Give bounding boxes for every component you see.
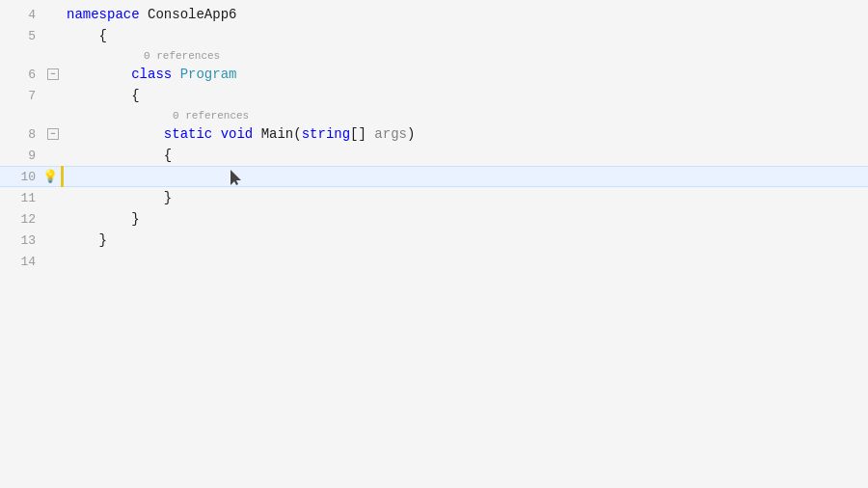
keyword-namespace: namespace — [67, 7, 140, 22]
line-content-6: class Program — [63, 64, 236, 85]
line-number-6: 6 — [0, 68, 43, 82]
code-area: 4 namespace ConsoleApp6 5 { 6 0 referenc… — [0, 0, 868, 272]
line-number-6ref: 6 — [0, 48, 43, 63]
line-content-8: static void Main(string[] args) — [63, 123, 415, 145]
code-line-13: 13 } — [0, 230, 868, 251]
code-line-9: 9 { — [0, 145, 868, 166]
line-number-11: 11 — [0, 191, 43, 205]
param-args: args — [374, 126, 407, 142]
keyword-class: class — [131, 67, 172, 82]
code-line-6-ref: 6 0 references — [0, 46, 868, 64]
line-number-12: 12 — [0, 212, 43, 227]
keyword-static: static — [164, 126, 212, 142]
code-editor: 4 namespace ConsoleApp6 5 { 6 0 referenc… — [0, 0, 868, 488]
line-content-11: } — [63, 187, 172, 208]
line-content-12: } — [63, 208, 140, 230]
gutter-6: − — [43, 68, 63, 80]
line-content-9: { — [63, 145, 172, 166]
line-number-14: 14 — [0, 255, 43, 269]
code-line-14: 14 — [0, 251, 868, 272]
code-line-8: 8 − static void Main(string[] args) — [0, 123, 868, 145]
line-number-4: 4 — [0, 8, 43, 22]
collapse-icon-6[interactable]: − — [47, 68, 59, 80]
class-name-program: Program — [180, 67, 237, 82]
collapse-icon-8[interactable]: − — [47, 128, 59, 140]
code-line-8-ref: 8 0 references — [0, 106, 868, 123]
code-line-6: 6 − class Program — [0, 64, 868, 85]
line-content-13: } — [63, 230, 107, 251]
keyword-void: void — [221, 126, 254, 142]
gutter-8: − — [43, 128, 63, 140]
code-line-12: 12 } — [0, 208, 868, 230]
line-number-8ref: 8 — [0, 108, 43, 122]
code-line-10: 10 💡 — [0, 166, 868, 187]
line-number-13: 13 — [0, 233, 43, 248]
line-number-8: 8 — [0, 127, 43, 142]
code-line-4: 4 namespace ConsoleApp6 — [0, 4, 868, 25]
line-number-5: 5 — [0, 29, 43, 43]
line-content-10 — [64, 166, 197, 187]
ref-hint-6: 0 references — [67, 50, 220, 62]
line-number-7: 7 — [0, 89, 43, 103]
lightbulb-icon[interactable]: 💡 — [43, 170, 57, 183]
line-content-4: namespace ConsoleApp6 — [63, 4, 236, 25]
line-number-10: 10 — [0, 170, 43, 184]
line-number-9: 9 — [0, 149, 43, 163]
svg-marker-0 — [231, 170, 241, 185]
lightbulb-container: 💡 — [43, 170, 61, 183]
keyword-string: string — [302, 126, 350, 142]
ref-hint-8: 0 references — [67, 110, 249, 122]
code-line-11: 11 } — [0, 187, 868, 208]
